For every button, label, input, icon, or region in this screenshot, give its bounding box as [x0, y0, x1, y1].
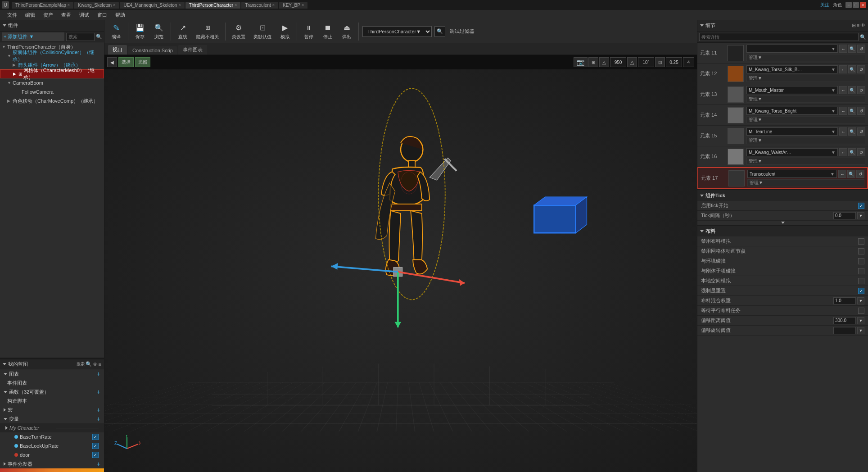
disable-anim-checkbox[interactable]: [858, 248, 864, 254]
mat-13-back[interactable]: ←: [839, 86, 847, 94]
blueprint-section-header[interactable]: 我的蓝图 搜索 🔍 👁 ≡: [0, 359, 104, 369]
mat-12-manage[interactable]: 管理▼: [746, 75, 865, 82]
tab-ue4-skeleton[interactable]: UE4_Mannequin_Skeleton ×: [120, 2, 184, 9]
tab-ue4-close[interactable]: ×: [178, 3, 181, 7]
graph-item-macro[interactable]: 宏 +: [0, 405, 104, 414]
var-base-lookup-rate[interactable]: BaseLookUpRate ✓: [0, 441, 104, 450]
vp-select-button[interactable]: 选择: [118, 57, 134, 67]
mat-16-browse[interactable]: 🔍: [848, 148, 856, 156]
maximize-button[interactable]: □: [853, 2, 859, 8]
var-turn-rate-checkbox[interactable]: ✓: [92, 434, 99, 440]
mat-16-manage[interactable]: 管理▼: [746, 158, 865, 165]
material-17-name[interactable]: Transcoulent ▼: [747, 170, 837, 178]
find-button[interactable]: ↗ 直线: [175, 22, 191, 41]
compile-button[interactable]: ✎ 编译: [108, 22, 124, 41]
mat-16-back[interactable]: ←: [839, 148, 847, 156]
graph-item-chart[interactable]: 图表 +: [0, 369, 104, 378]
details-grid-view[interactable]: ⊞: [852, 23, 856, 28]
mat-15-browse[interactable]: 🔍: [848, 127, 856, 136]
mat-11-back[interactable]: ←: [839, 45, 847, 53]
blueprint-eye-icon[interactable]: 👁: [93, 362, 98, 367]
graph-item-construct[interactable]: 构造脚本: [0, 396, 104, 405]
menu-debug[interactable]: 调试: [76, 11, 93, 19]
menu-window[interactable]: 窗口: [94, 11, 111, 19]
mat-12-back[interactable]: ←: [839, 65, 847, 73]
menu-help[interactable]: 帮助: [112, 11, 129, 19]
vp-angle-input[interactable]: [638, 57, 654, 67]
close-button[interactable]: ×: [860, 2, 866, 8]
tab-event-graph[interactable]: 事件图表: [178, 45, 207, 54]
mat-12-browse[interactable]: 🔍: [848, 65, 856, 73]
menu-file[interactable]: 文件: [4, 11, 21, 19]
blueprint-search-glass[interactable]: 🔍: [86, 361, 92, 367]
functions-add[interactable]: +: [97, 388, 100, 395]
user-follow-label[interactable]: 关注: [820, 2, 829, 8]
my-character-group[interactable]: My Character: [0, 423, 104, 432]
tree-item-charmove[interactable]: ▶ 角色移动（CharMoveComp）（继承）: [0, 96, 104, 105]
hide-related-button[interactable]: ⊞ 隐藏不相关: [194, 22, 222, 41]
menu-asset[interactable]: 资产: [40, 11, 57, 19]
local-space-checkbox[interactable]: [858, 278, 864, 284]
mat-13-browse[interactable]: 🔍: [848, 86, 856, 94]
env-collision-checkbox[interactable]: [858, 258, 864, 264]
event-dispatcher-add[interactable]: +: [97, 460, 100, 467]
save-button[interactable]: 💾 保存: [132, 22, 148, 41]
var-door[interactable]: door ✓: [0, 450, 104, 459]
simulate-button[interactable]: ▶ 模拟: [277, 22, 293, 41]
mat-14-browse[interactable]: 🔍: [848, 107, 856, 115]
mat-17-manage[interactable]: 管理▼: [747, 179, 864, 186]
material-16-name[interactable]: M_Kwang_WaistArms_Silk_Bright ▼: [746, 148, 838, 156]
graph-item-variables[interactable]: 变量 +: [0, 414, 104, 423]
browse-button[interactable]: 🔍 浏览: [151, 22, 167, 41]
tab-tpc-close[interactable]: ×: [235, 3, 237, 7]
graph-item-functions[interactable]: 函数（32可覆盖） +: [0, 387, 104, 396]
offset-rotation-spin[interactable]: ▼: [857, 327, 864, 334]
stop-button[interactable]: ⏹ 停止: [320, 22, 336, 41]
var-door-checkbox[interactable]: ✓: [92, 452, 99, 458]
offset-distance-spin[interactable]: ▼: [857, 317, 864, 324]
component-tick-header[interactable]: 组件Tick: [697, 190, 868, 201]
tab-key-bp[interactable]: KEY_BP ×: [279, 2, 307, 9]
details-eye-icon[interactable]: 👁: [860, 23, 865, 28]
variables-add[interactable]: +: [97, 415, 100, 422]
material-14-name[interactable]: M_Kwang_Torso_Bright ▼: [746, 107, 838, 115]
vp-grid-size-input[interactable]: [610, 57, 626, 67]
macro-add[interactable]: +: [97, 406, 100, 413]
mat-17-reset[interactable]: ↺: [856, 170, 864, 178]
tab-transcoulent[interactable]: Transcoulent ×: [241, 2, 278, 9]
blueprint-options-icon[interactable]: ≡: [99, 362, 101, 367]
mat-14-manage[interactable]: 管理▼: [746, 116, 865, 123]
vp-scale-input[interactable]: [666, 57, 682, 67]
mat-14-back[interactable]: ←: [839, 107, 847, 115]
material-15-name[interactable]: M_TearLine ▼: [746, 127, 838, 136]
mat-16-reset[interactable]: ↺: [857, 148, 865, 156]
mat-13-manage[interactable]: 管理▼: [746, 95, 865, 103]
pause-button[interactable]: ⏸ 暂停: [301, 22, 317, 41]
tick-interval-spin[interactable]: ▼: [857, 212, 864, 219]
eject-button[interactable]: ⏏ 弹出: [339, 22, 355, 41]
menu-view[interactable]: 查看: [58, 11, 75, 19]
defaults-button[interactable]: ⊡ 类默认值: [251, 22, 274, 41]
offset-distance-input[interactable]: [833, 317, 856, 324]
graph-item-event[interactable]: 事件图表: [0, 378, 104, 387]
material-13-name[interactable]: M_Mouth_Master ▼: [746, 86, 838, 94]
vp-angle-icon[interactable]: △: [627, 57, 637, 67]
debug-dropdown[interactable]: ThirdPersonCharacter▼: [362, 26, 432, 37]
var-base-turn-rate[interactable]: BaseTurnRate ✓: [0, 432, 104, 441]
mat-17-browse[interactable]: 🔍: [847, 170, 855, 178]
menu-edit[interactable]: 编辑: [22, 11, 39, 19]
tab-construction[interactable]: Construction Scrip: [128, 46, 177, 54]
tree-item-collision[interactable]: ▼ 胶囊体组件（CollisionCylinder）（继承）: [0, 51, 104, 60]
material-11-name[interactable]: ▼: [746, 45, 838, 53]
tab-viewport[interactable]: 视口: [108, 45, 127, 54]
tab-third-person-character[interactable]: ThirdPersonCharacter ×: [185, 2, 241, 9]
settings-button[interactable]: ⚙ 类设置: [229, 22, 248, 41]
tab-kwang-close[interactable]: ×: [113, 3, 115, 7]
force-reset-checkbox[interactable]: [858, 288, 864, 294]
vp-back-button[interactable]: ◀: [107, 57, 117, 67]
details-list-view[interactable]: ≡: [857, 23, 859, 28]
tree-item-followcamera[interactable]: ▶ FollowCamera: [0, 87, 104, 96]
graph-chart-add[interactable]: +: [97, 370, 100, 377]
vp-scale-btn[interactable]: ⊡: [655, 57, 665, 67]
fabric-header[interactable]: 布料: [697, 226, 868, 236]
